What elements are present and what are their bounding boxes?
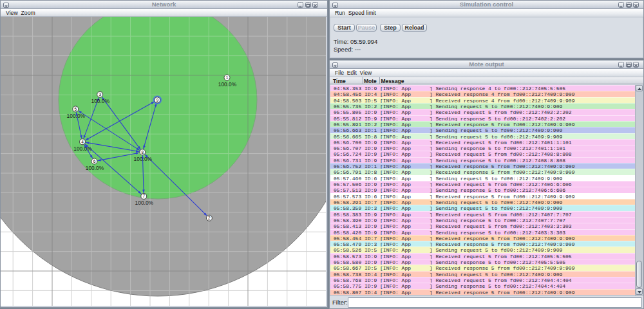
svg-text:100.0%: 100.0%: [67, 113, 86, 119]
svg-text:100.0%: 100.0%: [91, 98, 109, 104]
svg-text:2: 2: [208, 216, 211, 220]
svg-text:100.0%: 100.0%: [86, 165, 104, 171]
svg-text:8: 8: [141, 150, 144, 154]
svg-text:100.0%: 100.0%: [134, 156, 153, 162]
svg-text:9: 9: [156, 98, 158, 102]
svg-text:5: 5: [74, 107, 77, 111]
svg-text:7: 7: [142, 194, 145, 198]
svg-text:6: 6: [93, 159, 96, 164]
svg-text:100.0%: 100.0%: [135, 200, 154, 206]
svg-text:4: 4: [81, 140, 84, 144]
svg-text:100.0%: 100.0%: [73, 145, 92, 152]
svg-text:100.0%: 100.0%: [218, 81, 237, 88]
svg-text:3: 3: [99, 92, 101, 97]
svg-text:1: 1: [226, 75, 229, 80]
